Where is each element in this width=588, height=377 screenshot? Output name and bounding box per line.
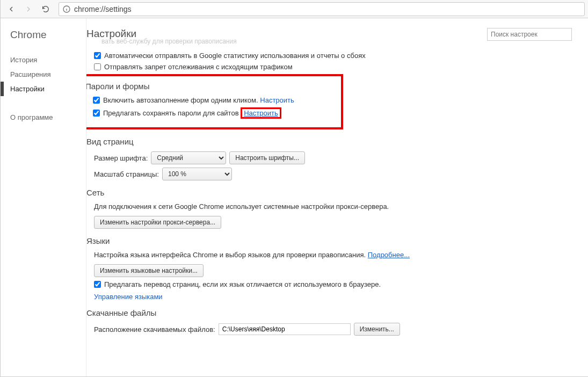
sidebar-item-about[interactable]: О программе (10, 110, 86, 125)
checkbox-row-autofill: Включить автозаполнение форм одним клико… (93, 96, 336, 104)
section-title-languages: Языки (86, 236, 572, 245)
stats-label: Автоматически отправлять в Google статис… (104, 52, 366, 60)
sidebar-item-extensions[interactable]: Расширения (10, 67, 86, 82)
proxy-settings-button[interactable]: Изменить настройки прокси-сервера... (94, 216, 221, 229)
zoom-select[interactable]: 100 % (162, 168, 232, 180)
address-text: chrome://settings (74, 5, 132, 13)
language-settings-button[interactable]: Изменить языковые настройки... (94, 264, 204, 277)
section-title-network: Сеть (86, 188, 572, 197)
search-input[interactable] (487, 28, 572, 41)
browser-nav-bar: chrome://settings (1, 0, 588, 18)
translate-label: Предлагать перевод страниц, если их язык… (104, 280, 381, 288)
autofill-label: Включить автозаполнение форм одним клико… (103, 96, 258, 104)
checkbox-row-translate: Предлагать перевод страниц, если их язык… (94, 280, 572, 288)
zoom-label: Масштаб страницы: (94, 170, 159, 178)
back-button[interactable] (4, 2, 19, 17)
checkbox-row-dnt: Отправлять запрет отслеживания с исходящ… (94, 63, 572, 71)
section-title-downloads: Скачанные файлы (86, 308, 572, 317)
sidebar-brand: Chrome (10, 29, 86, 41)
languages-description: Настройка языка интерфейса Chrome и выбо… (94, 251, 572, 259)
row-page-zoom: Масштаб страницы: 100 % (94, 168, 572, 180)
forward-button[interactable] (21, 2, 36, 17)
change-download-location-button[interactable]: Изменить... (354, 323, 400, 336)
highlight-box-passwords: Пароли и формы Включить автозаполнение ф… (86, 74, 343, 129)
save-passwords-checkbox[interactable] (93, 110, 100, 117)
save-passwords-configure-link[interactable]: Настроить (244, 109, 278, 117)
highlight-box-configure-link: Настроить (241, 107, 281, 119)
font-size-select[interactable]: Средний (151, 151, 226, 164)
sidebar: Chrome История Расширения Настройки О пр… (1, 18, 86, 376)
settings-content: Настройки вать веб-службу для проверки п… (86, 18, 588, 376)
reload-button[interactable] (38, 2, 53, 17)
section-title-appearance: Вид страниц (86, 137, 572, 146)
row-font-size: Размер шрифта: Средний Настроить шрифты.… (94, 151, 572, 164)
faded-background-text: вать веб-службу для проверки правописани… (101, 38, 237, 45)
autofill-checkbox[interactable] (93, 97, 100, 104)
autofill-configure-link[interactable]: Настроить (260, 96, 294, 104)
section-title-passwords: Пароли и формы (86, 82, 336, 91)
network-description: Для подключения к сети Google Chrome исп… (94, 202, 572, 211)
manage-languages-link[interactable]: Управление языками (94, 293, 163, 301)
font-size-label: Размер шрифта: (94, 154, 148, 162)
translate-checkbox[interactable] (94, 281, 101, 288)
customize-fonts-button[interactable]: Настроить шрифты... (229, 151, 305, 164)
dnt-label: Отправлять запрет отслеживания с исходящ… (104, 63, 293, 71)
languages-learn-more-link[interactable]: Подробнее... (368, 251, 410, 259)
stats-checkbox[interactable] (94, 52, 101, 59)
address-bar[interactable]: chrome://settings (59, 2, 585, 16)
checkbox-row-stats: Автоматически отправлять в Google статис… (94, 52, 572, 60)
dnt-checkbox[interactable] (94, 63, 101, 70)
site-info-icon[interactable] (62, 5, 71, 13)
languages-description-text: Настройка языка интерфейса Chrome и выбо… (94, 251, 366, 259)
save-passwords-label: Предлагать сохранять пароли для сайтов (103, 109, 239, 117)
download-location-input[interactable] (219, 323, 351, 335)
sidebar-item-history[interactable]: История (10, 53, 86, 67)
row-download-location: Расположение скачиваемых файлов: Изменит… (94, 323, 572, 336)
download-location-label: Расположение скачиваемых файлов: (94, 325, 215, 334)
checkbox-row-save-passwords: Предлагать сохранять пароли для сайтов Н… (93, 107, 336, 119)
sidebar-item-settings[interactable]: Настройки (10, 82, 86, 96)
